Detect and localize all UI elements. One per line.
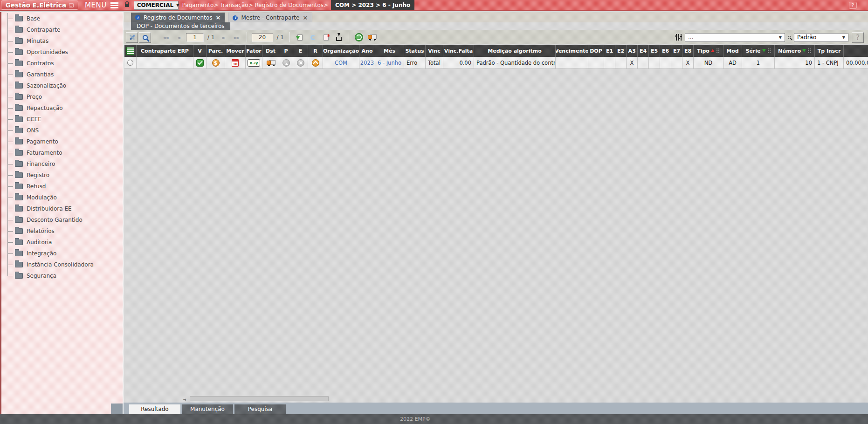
- menu-button[interactable]: MENU: [85, 1, 118, 9]
- sidebar-item-sazonalização[interactable]: Sazonalização: [7, 80, 94, 91]
- sidebar-item-repactuação[interactable]: Repactuação: [7, 103, 94, 114]
- sidebar-item-distribuidora-ee[interactable]: Distribuidora EE: [7, 203, 94, 214]
- sidebar-item-pagamento[interactable]: Pagamento: [7, 136, 94, 147]
- column-header-vinc-falta[interactable]: Vinc.Falta: [443, 45, 474, 57]
- column-header-p[interactable]: P: [279, 45, 293, 57]
- search-button[interactable]: [139, 32, 151, 43]
- close-icon[interactable]: ✕: [303, 14, 308, 21]
- column-header-medi-o-algoritmo[interactable]: Medição algoritmo: [474, 45, 556, 57]
- column-header-status[interactable]: Status: [404, 45, 426, 57]
- filter-sliders-icon[interactable]: [675, 34, 682, 41]
- column-header-contraparte-erp[interactable]: Contraparte ERP: [137, 45, 193, 57]
- sidebar-item-financeiro[interactable]: Financeiro: [7, 158, 94, 170]
- tab-manutencao[interactable]: Manutenção: [182, 404, 233, 414]
- select-all-header[interactable]: [124, 45, 137, 57]
- refresh-button[interactable]: [307, 32, 319, 43]
- download-button[interactable]: [333, 32, 345, 43]
- column-header-tipo[interactable]: Tipo: [694, 45, 723, 57]
- column-header-tp-inscr[interactable]: Tp Inscr: [815, 45, 844, 57]
- column-header-mod[interactable]: Mod: [723, 45, 742, 57]
- column-header-organiza-o[interactable]: Organização: [323, 45, 359, 57]
- cell-link[interactable]: COM: [335, 60, 347, 66]
- calendar-icon[interactable]: 10: [232, 59, 239, 67]
- sidebar-item-instância-consolidadora[interactable]: Instância Consolidadora: [7, 259, 94, 270]
- sidebar-item-modulação[interactable]: Modulação: [7, 192, 94, 203]
- sidebar-item-contraparte[interactable]: Contraparte: [7, 24, 94, 35]
- tab-pesquisa[interactable]: Pesquisa: [234, 404, 286, 414]
- circle-up-gray-icon[interactable]: [282, 59, 290, 67]
- lock-icon[interactable]: [125, 4, 129, 7]
- scroll-left-icon[interactable]: ◄: [183, 397, 186, 402]
- column-header-e7[interactable]: E7: [671, 45, 682, 57]
- help-icon[interactable]: ?: [849, 2, 857, 9]
- import-button[interactable]: [294, 32, 306, 43]
- sidebar-item-ccee[interactable]: CCEE: [7, 114, 94, 125]
- sidebar-item-auditoria[interactable]: Auditoria: [7, 237, 94, 248]
- app-logo[interactable]: Gestão E.Elétrica: [1, 0, 78, 10]
- sidebar-item-faturamento[interactable]: Faturamento: [7, 147, 94, 158]
- table-row[interactable]: 10x→yCOM20236 - JunhoErroTotal0,00Padrão…: [124, 57, 868, 69]
- column-header-cnpj[interactable]: CNPJ: [844, 45, 868, 57]
- column-header-mover[interactable]: Mover: [225, 45, 246, 57]
- report-button[interactable]: [320, 32, 332, 43]
- column-header-fator[interactable]: Fator: [246, 45, 262, 57]
- prev-page-button[interactable]: ◄: [172, 32, 184, 43]
- column-header-v[interactable]: V: [193, 45, 207, 57]
- horizontal-scrollbar[interactable]: [190, 396, 329, 401]
- column-header-e6[interactable]: E6: [660, 45, 671, 57]
- column-header-ano[interactable]: Ano: [359, 45, 375, 57]
- tab-registro-de-documentos[interactable]: i Registro de Documentos ×: [131, 13, 225, 22]
- column-header-e8[interactable]: E8: [682, 45, 694, 57]
- column-header-dop[interactable]: DOP: [588, 45, 604, 57]
- sidebar-item-desconto-garantido[interactable]: Desconto Garantido: [7, 214, 94, 226]
- view-select[interactable]: Padrão ▼: [794, 33, 848, 42]
- circle-x-gray-icon[interactable]: [297, 59, 304, 67]
- column-header-e5[interactable]: E5: [649, 45, 660, 57]
- column-header-e[interactable]: E: [293, 45, 308, 57]
- sidebar-item-integração[interactable]: Integração: [7, 248, 94, 259]
- column-header-e1[interactable]: E1: [604, 45, 615, 57]
- sidebar-item-preço[interactable]: Preço: [7, 91, 94, 103]
- column-header-e4[interactable]: E4: [638, 45, 649, 57]
- filter-select[interactable]: ... ▼: [685, 33, 785, 42]
- sidebar-item-minutas[interactable]: Minutas: [7, 35, 94, 47]
- breadcrumb[interactable]: Pagamento> Transação> Registro de Docume…: [182, 2, 328, 8]
- sidebar-item-retusd[interactable]: Retusd: [7, 181, 94, 192]
- page-input[interactable]: [186, 33, 204, 42]
- sidebar-item-base[interactable]: Base: [7, 13, 94, 24]
- column-header-a3[interactable]: A3: [627, 45, 638, 57]
- sync-button[interactable]: [353, 32, 365, 43]
- column-header-dst[interactable]: Dst: [262, 45, 279, 57]
- column-header-e2[interactable]: E2: [615, 45, 627, 57]
- sidebar-item-ons[interactable]: ONS: [7, 125, 94, 136]
- column-header-vencimento[interactable]: Vencimento: [556, 45, 588, 57]
- transport-button[interactable]: [366, 32, 378, 43]
- settings-tools-button[interactable]: [126, 32, 138, 43]
- next-page-button[interactable]: ►: [218, 32, 230, 43]
- last-page-button[interactable]: ►►: [231, 32, 243, 43]
- tab-mestre-contraparte[interactable]: i Mestre - Contraparte ✕: [228, 13, 312, 22]
- truck-icon[interactable]: [266, 60, 276, 66]
- sidebar-item-garantias[interactable]: Garantias: [7, 69, 94, 80]
- check-green-icon[interactable]: [196, 59, 204, 67]
- row-radio[interactable]: [127, 60, 133, 66]
- sidebar-item-contratos[interactable]: Contratos: [7, 58, 94, 69]
- sidebar-item-oportunidades[interactable]: Oportunidades: [7, 47, 94, 58]
- factor-xy-icon[interactable]: x→y: [248, 59, 260, 67]
- module-select[interactable]: COMERCIAL ▼: [134, 1, 179, 10]
- first-page-button[interactable]: ◄◄: [159, 32, 171, 43]
- tab-resultado[interactable]: Resultado: [129, 404, 180, 414]
- cell-link[interactable]: 2023: [360, 60, 374, 66]
- chevron-amber-icon[interactable]: [312, 59, 319, 67]
- help-button[interactable]: ?: [852, 32, 864, 43]
- column-header-parc-[interactable]: Parc.: [207, 45, 225, 57]
- column-header-n-mero[interactable]: Número: [775, 45, 815, 57]
- column-header-r[interactable]: R: [308, 45, 323, 57]
- sidebar-item-relatórios[interactable]: Relatórios: [7, 226, 94, 237]
- column-header-vinc[interactable]: Vinc: [426, 45, 443, 57]
- dollar-coin-icon[interactable]: [212, 59, 220, 67]
- close-icon[interactable]: ×: [216, 14, 221, 21]
- column-header-m-s[interactable]: Mês: [375, 45, 404, 57]
- sidebar-item-registro[interactable]: Registro: [7, 170, 94, 181]
- page-size-input[interactable]: [252, 33, 273, 42]
